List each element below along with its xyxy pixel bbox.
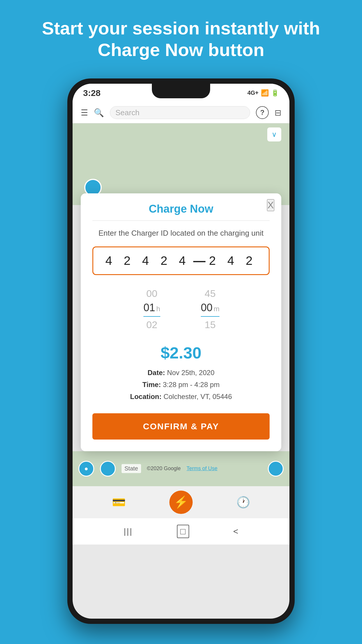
battery-icon: 🔋 (271, 89, 279, 97)
help-icon[interactable]: ? (256, 106, 269, 119)
phone-notch (152, 84, 210, 98)
hours-selected: 01 h (143, 302, 160, 317)
charge-tab[interactable]: ⚡ (169, 491, 193, 514)
hours-above: 00 (146, 286, 157, 302)
android-menu-icon[interactable]: ||| (124, 527, 133, 536)
charger-id-box[interactable]: 4 2 4 2 4 — 2 4 2 (92, 246, 270, 275)
signal-icon: 📶 (261, 89, 269, 97)
charger-id-right: 2 4 2 (209, 254, 256, 268)
map-state-label: State (122, 464, 141, 473)
payments-icon: 💳 (112, 496, 126, 509)
android-back-icon[interactable]: < (233, 526, 238, 536)
bottom-tab-bar: 💳 ⚡ 🕐 (73, 486, 289, 518)
status-time: 3:28 (83, 88, 101, 98)
minutes-below: 15 (205, 317, 216, 333)
time-value: 3:28 pm - 4:28 pm (163, 381, 220, 388)
time-picker: 00 01 h 02 45 00 m (92, 286, 270, 333)
minutes-selected: 00 m (201, 302, 219, 317)
modal-divider (92, 220, 270, 221)
confirm-pay-button[interactable]: CONFIRM & PAY (92, 413, 270, 440)
modal-title: Charge Now (92, 203, 270, 215)
minutes-above: 45 (205, 286, 216, 302)
session-details: Date: Nov 25th, 2020 Time: 3:28 pm - 4:2… (92, 367, 270, 402)
filter-icon[interactable]: ⊟ (275, 108, 281, 118)
map-chevron[interactable]: ∨ (267, 127, 281, 141)
price-display: $2.30 (92, 343, 270, 362)
page-background: Start your session instantly with Charge… (0, 0, 362, 644)
status-icons: 4G+ 📶 🔋 (247, 89, 279, 97)
android-navbar: ||| □ < (73, 518, 289, 545)
location-label: Location: (130, 393, 161, 400)
location-value: Colchester, VT, 05446 (164, 393, 232, 400)
time-label: Time: (142, 381, 161, 388)
date-label: Date: (147, 369, 165, 377)
phone-frame: 3:28 4G+ 📶 🔋 ☰ 🔍 Search ? ⊟ (0, 73, 362, 624)
search-box[interactable]: Search (110, 106, 250, 119)
history-tab[interactable]: 🕐 (236, 496, 250, 509)
network-icon: 4G+ (247, 90, 259, 96)
charger-id-dash-icon: — (193, 254, 205, 268)
map-area: ∨ (73, 123, 289, 205)
bottom-map-strip: ● State ©2020 Google Terms of Use (73, 451, 289, 486)
modal-description: Enter the Charger ID located on the char… (92, 228, 270, 238)
charge-icon: ⚡ (174, 495, 188, 509)
app-navbar: ☰ 🔍 Search ? ⊟ (73, 102, 289, 123)
history-icon: 🕐 (236, 496, 250, 509)
date-value: Nov 25th, 2020 (167, 369, 215, 377)
minutes-column[interactable]: 45 00 m 15 (191, 286, 229, 333)
hamburger-icon[interactable]: ☰ (81, 108, 88, 118)
modal-close-button[interactable]: X (267, 199, 274, 211)
charger-id-left: 4 2 4 2 4 (106, 254, 190, 268)
hours-below: 02 (146, 317, 157, 333)
header-text: Start your session instantly with Charge… (0, 0, 362, 73)
hours-column[interactable]: 00 01 h 02 (133, 286, 171, 333)
modal-card: X Charge Now Enter the Charger ID locate… (81, 193, 281, 451)
search-placeholder: Search (115, 108, 139, 117)
search-icon[interactable]: 🔍 (94, 108, 104, 118)
android-home-icon[interactable]: □ (177, 525, 189, 538)
payments-tab[interactable]: 💳 (112, 496, 126, 509)
